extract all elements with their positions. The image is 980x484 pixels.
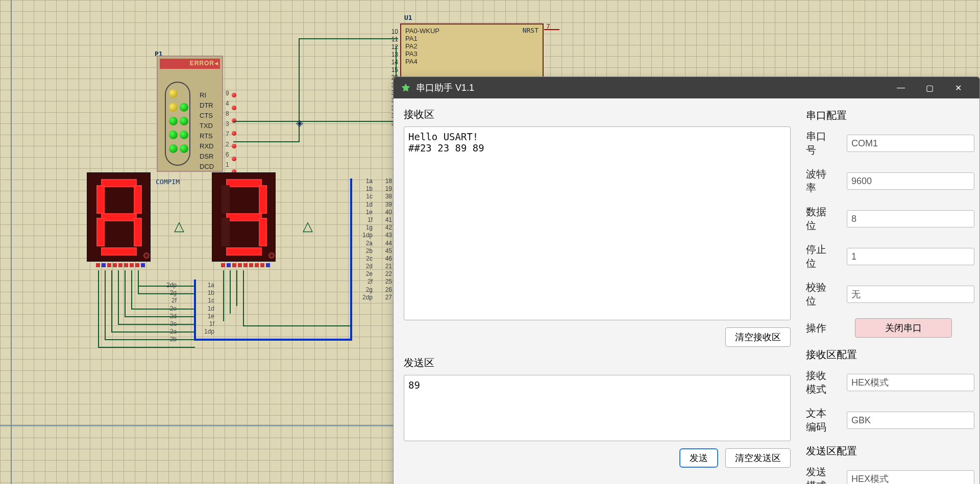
fanh4 bbox=[118, 324, 195, 325]
clear-tx-button[interactable]: 清空发送区 bbox=[725, 448, 791, 468]
dialog-title: 串口助手 V1.1 bbox=[416, 82, 474, 94]
serial-helper-dialog[interactable]: 串口助手 V1.1 — ▢ ✕ 接收区 清空接收区 发送区 发送 清空发送区 串… bbox=[393, 77, 980, 484]
send-button[interactable]: 发送 bbox=[679, 448, 718, 468]
probe-arrow-1: △ bbox=[174, 218, 184, 234]
rxmode-label: 接收模式 bbox=[806, 369, 836, 396]
stopbits-select[interactable] bbox=[847, 248, 974, 265]
fan-l1 bbox=[98, 270, 99, 347]
blue-bus-v bbox=[350, 179, 352, 341]
segbus-pinnums: 1819 3839 4041 4243 4445 4621 2225 2627 bbox=[380, 177, 392, 301]
clear-rx-button[interactable]: 清空接收区 bbox=[725, 327, 791, 347]
fan-l6 bbox=[131, 270, 132, 309]
txmode-select[interactable] bbox=[847, 470, 974, 484]
minimize-button[interactable]: — bbox=[887, 77, 915, 98]
serial-pin-numbers: 94 83 72 61 bbox=[226, 90, 229, 171]
fan-r3 bbox=[236, 270, 237, 306]
tx-header: 发送区 bbox=[404, 356, 791, 370]
fan-l3 bbox=[111, 270, 112, 332]
tx-textarea[interactable] bbox=[404, 375, 791, 441]
op-label: 操作 bbox=[806, 321, 844, 335]
app-logo-icon bbox=[401, 83, 411, 93]
fanh2 bbox=[105, 339, 195, 340]
fanh1 bbox=[98, 347, 195, 348]
close-button[interactable]: ✕ bbox=[944, 77, 972, 98]
seven-seg-left[interactable] bbox=[87, 172, 151, 262]
fan-r1 bbox=[223, 270, 224, 321]
ref-compim: COMPIM bbox=[156, 179, 180, 185]
right-display-hints: 1a1b 1c1d 1e1f 1dp bbox=[202, 282, 214, 336]
seg-right-pads bbox=[221, 263, 270, 267]
fan-r4 bbox=[243, 270, 244, 326]
seg-left-pads bbox=[96, 263, 145, 267]
databits-label: 数据位 bbox=[806, 205, 836, 233]
txmode-label: 发送模式 bbox=[806, 465, 836, 484]
databits-select[interactable] bbox=[847, 210, 974, 227]
fanh3 bbox=[111, 332, 195, 333]
maximize-button[interactable]: ▢ bbox=[915, 77, 944, 98]
txcfg-header: 发送区配置 bbox=[806, 444, 974, 458]
rxd-wire-h1 bbox=[233, 141, 300, 142]
fan-l7 bbox=[138, 270, 139, 293]
baud-label: 波特率 bbox=[806, 167, 836, 195]
rxenc-select[interactable] bbox=[847, 412, 974, 429]
ruler-v bbox=[11, 0, 12, 484]
dialog-titlebar[interactable]: 串口助手 V1.1 — ▢ ✕ bbox=[394, 77, 979, 98]
compim-error-label: ERROR bbox=[190, 60, 214, 67]
txd-wire-h1 bbox=[233, 121, 397, 122]
parity-select[interactable] bbox=[847, 286, 974, 303]
fan-r2 bbox=[230, 270, 231, 314]
serial-signal-names: RIDTR CTSTXD RTSRXD DSRDCD bbox=[200, 91, 225, 173]
fan-r4h bbox=[243, 325, 351, 326]
probe-arrow-2: △ bbox=[303, 218, 313, 234]
cursor-marker-icon: ◈ bbox=[296, 117, 303, 129]
rxmode-select[interactable] bbox=[847, 374, 974, 391]
compim-serial-port[interactable]: ERROR ▸ RIDTR CTSTXD RTSRXD DSRDCD bbox=[157, 56, 223, 172]
blue-bus-h bbox=[194, 339, 352, 341]
chip-left-pin-labels: PA0-WKUP PA1 PA2 PA3 PA4 bbox=[405, 27, 439, 65]
rx-header: 接收区 bbox=[404, 108, 791, 121]
fan-l4 bbox=[118, 270, 119, 324]
port-select[interactable] bbox=[847, 135, 974, 152]
port-label: 串口号 bbox=[806, 130, 836, 157]
seven-seg-right[interactable] bbox=[212, 172, 276, 262]
left-display-hints: 2dp2g 2f2e 2d2c 2a2b bbox=[159, 282, 177, 344]
rxenc-label: 文本编码 bbox=[806, 406, 836, 434]
close-port-button[interactable]: 关闭串口 bbox=[855, 318, 952, 338]
db9-shell-icon bbox=[165, 82, 190, 166]
rxcfg-header: 接收区配置 bbox=[806, 348, 974, 362]
baud-select[interactable] bbox=[847, 172, 974, 190]
fan-l2 bbox=[105, 270, 106, 339]
fan-l5 bbox=[125, 270, 126, 316]
rxd-wire-h2 bbox=[299, 38, 398, 39]
parity-label: 校验位 bbox=[806, 281, 836, 308]
segbus-labels: 1a1b 1c1d 1e1f 1g1dp 2a2b 2c2d 2e2f 2g2d… bbox=[357, 177, 373, 301]
nrst-wire bbox=[544, 29, 559, 30]
cfg-header: 串口配置 bbox=[806, 109, 974, 122]
rx-textarea[interactable] bbox=[404, 126, 791, 320]
stopbits-label: 停止位 bbox=[806, 243, 836, 270]
